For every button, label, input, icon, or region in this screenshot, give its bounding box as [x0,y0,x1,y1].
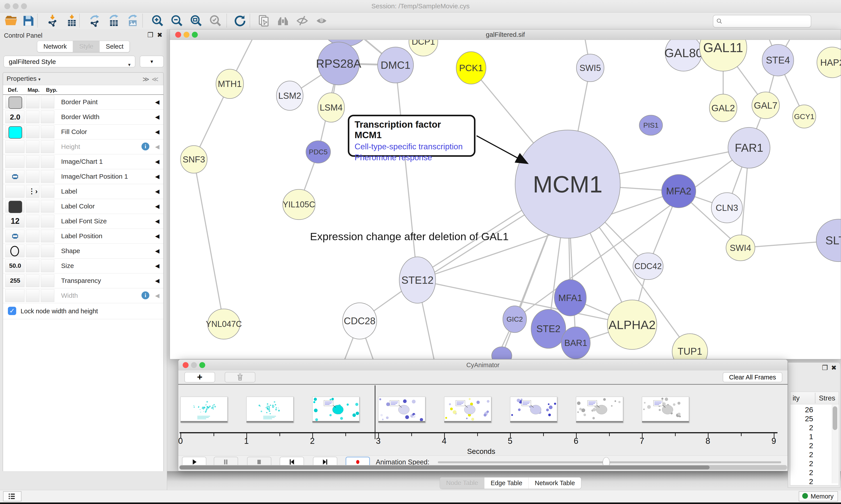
property-row[interactable]: Border Paint◀ [3,95,163,110]
frame-thumbnail-4[interactable] [444,397,491,422]
refresh-view-icon[interactable] [233,14,246,28]
expand-property-icon[interactable]: ◀ [155,158,159,165]
table-cell-value[interactable]: 2 [790,468,813,477]
float-table-panel-icon[interactable]: ❐ [822,364,828,372]
export-table-icon[interactable] [107,14,121,28]
default-value-cell[interactable] [5,230,24,242]
mapping-cell[interactable] [26,155,39,168]
bypass-cell[interactable] [41,155,54,168]
property-row[interactable]: Image/Chart Position 1◀ [3,169,163,184]
table-scrollbar[interactable] [832,404,838,483]
expand-property-icon[interactable]: ◀ [155,292,159,299]
table-cell-value[interactable]: 2 [790,450,813,459]
bypass-cell[interactable] [41,96,54,108]
export-image-icon[interactable] [126,14,139,28]
annotation-link[interactable]: Cell-type-specific transcription [355,142,469,151]
network-canvas[interactable]: RPS28BDCP1RPS28ADMC1PCK1SWI5GAL80GAL11ST… [170,40,841,359]
network-node-unnamed[interactable] [492,347,512,359]
property-row[interactable]: Widthi◀ [3,288,163,303]
default-value-cell[interactable] [5,140,24,153]
expand-property-icon[interactable]: ◀ [155,277,159,284]
frame-thumbnail-1[interactable] [246,397,293,422]
style-selector[interactable]: galFiltered Style ▾ [3,56,135,68]
tab-edge-table[interactable]: Edge Table [484,478,529,489]
bypass-cell[interactable] [41,230,54,242]
default-value-cell[interactable] [5,125,24,138]
import-table-icon[interactable] [65,14,78,28]
default-value-cell[interactable] [5,96,24,108]
float-panel-icon[interactable]: ❐ [147,31,153,39]
mapping-cell[interactable]: ⋮› [26,185,39,198]
mapping-cell[interactable] [26,274,39,287]
property-row[interactable]: Heighti◀ [3,140,163,154]
expand-property-icon[interactable]: ◀ [155,233,159,239]
expand-property-icon[interactable]: ◀ [155,188,159,195]
zoom-fit-icon[interactable] [190,14,203,28]
property-row[interactable]: Fill Color◀ [3,125,163,140]
property-row[interactable]: 2.0Border Width◀ [3,110,163,125]
table-cell-value[interactable]: 2 [790,477,813,485]
default-value-cell[interactable] [5,185,24,198]
mapping-cell[interactable] [26,289,39,302]
network-overview-icon[interactable] [257,14,270,28]
default-value-cell[interactable]: 255 [5,274,24,287]
bypass-cell[interactable] [41,289,54,302]
expand-all-icon[interactable]: ≫ [143,75,149,83]
mapping-cell[interactable] [26,259,39,272]
bypass-cell[interactable] [41,245,54,257]
bypass-cell[interactable] [41,274,54,287]
close-panel-icon[interactable]: ✖ [157,31,162,39]
zoom-out-icon[interactable] [171,14,183,28]
tab-network-table[interactable]: Network Table [529,478,581,489]
table-column-header[interactable]: ity [793,394,800,402]
bypass-cell[interactable] [41,185,54,198]
bypass-cell[interactable] [41,259,54,272]
mapping-cell[interactable] [26,96,39,108]
lock-checkbox[interactable]: ✓ [8,307,16,315]
default-value-cell[interactable]: 12 [5,215,24,228]
expand-property-icon[interactable]: ◀ [155,263,159,269]
info-icon[interactable]: i [142,143,149,150]
bypass-cell[interactable] [41,200,54,213]
timeline-scrollbar[interactable] [179,465,787,470]
table-cell-value[interactable]: 26 [790,406,813,414]
style-options-button[interactable]: ▾ [140,56,164,68]
network-graph[interactable]: RPS28BDCP1RPS28ADMC1PCK1SWI5GAL80GAL11ST… [170,40,841,359]
show-details-icon[interactable] [315,14,328,28]
default-value-cell[interactable]: 2.0 [5,111,24,123]
tab-select[interactable]: Select [100,41,130,52]
frame-thumbnail-7[interactable] [642,397,689,422]
frame-thumbnail-3[interactable] [378,397,425,422]
info-icon[interactable]: i [142,291,149,299]
property-row[interactable]: 12Label Font Size◀ [3,214,163,229]
table-column-header[interactable]: Stres [819,394,835,402]
expand-property-icon[interactable]: ◀ [155,114,159,121]
bypass-cell[interactable] [41,215,54,228]
expand-property-icon[interactable]: ◀ [155,143,159,150]
annotation-link[interactable]: Pheromone response [355,153,469,162]
expand-property-icon[interactable]: ◀ [155,128,159,135]
collapse-all-icon[interactable]: ≪ [152,75,159,83]
tab-network[interactable]: Network [37,41,73,52]
bypass-cell[interactable] [41,170,54,183]
search-input[interactable] [713,15,811,28]
table-cell-value[interactable]: 25 [790,414,813,423]
table-cell-value[interactable]: 2 [790,459,813,468]
property-row[interactable]: ⋮›Label◀ [3,184,163,199]
timeline-playhead[interactable] [375,385,375,439]
network-edge[interactable] [194,159,224,324]
clear-all-frames-button[interactable]: Clear All Frames [723,372,782,382]
expand-property-icon[interactable]: ◀ [155,218,159,224]
default-value-cell[interactable] [5,170,24,183]
property-row[interactable]: 50.0Size◀ [3,258,163,273]
property-row[interactable]: Label Position◀ [3,229,163,244]
property-row[interactable]: Shape◀ [3,244,163,258]
zoom-in-icon[interactable] [151,14,164,28]
default-value-cell[interactable] [5,245,24,257]
mapping-cell[interactable] [26,245,39,257]
annotation-box[interactable]: Transcription factor MCM1 Cell-type-spec… [348,115,476,157]
import-network-icon[interactable] [47,14,59,28]
bypass-cell[interactable] [41,125,54,138]
tab-node-table[interactable]: Node Table [440,478,484,489]
expand-property-icon[interactable]: ◀ [155,173,159,180]
